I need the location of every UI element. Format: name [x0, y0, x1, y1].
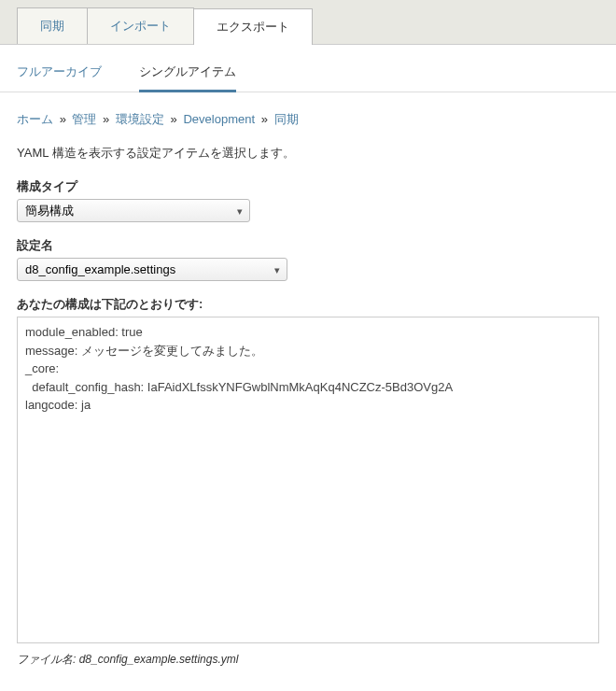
config-name-field: 設定名 d8_config_example.settings: [17, 237, 599, 281]
tab-sync[interactable]: 同期: [17, 7, 88, 44]
filename-label: ファイル名:: [17, 653, 76, 666]
content-area: ホーム » 管理 » 環境設定 » Development » 同期 YAML …: [0, 92, 616, 691]
config-type-select[interactable]: 簡易構成: [17, 199, 250, 222]
secondary-tabs: フルアーカイブ シングルアイテム: [0, 45, 616, 92]
breadcrumb: ホーム » 管理 » 環境設定 » Development » 同期: [17, 111, 599, 128]
config-type-label: 構成タイプ: [17, 178, 599, 195]
breadcrumb-sep: »: [171, 112, 177, 126]
config-name-select[interactable]: d8_config_example.settings: [17, 258, 287, 281]
yaml-output-field: あなたの構成は下記のとおりです: ファイル名: d8_config_exampl…: [17, 296, 599, 668]
filename-value: d8_config_example.settings.yml: [79, 653, 239, 666]
breadcrumb-development[interactable]: Development: [183, 112, 255, 126]
breadcrumb-sep: »: [60, 112, 66, 126]
breadcrumb-sync[interactable]: 同期: [274, 112, 299, 126]
breadcrumb-sep: »: [103, 112, 109, 126]
subtab-single-item[interactable]: シングルアイテム: [139, 63, 236, 92]
breadcrumb-admin[interactable]: 管理: [72, 112, 96, 126]
breadcrumb-home[interactable]: ホーム: [17, 112, 53, 126]
breadcrumb-sep: »: [261, 112, 268, 126]
tab-import[interactable]: インポート: [87, 7, 194, 44]
config-type-field: 構成タイプ 簡易構成: [17, 178, 599, 222]
primary-tabs: 同期 インポート エクスポート: [0, 0, 616, 45]
tab-export[interactable]: エクスポート: [193, 8, 313, 45]
config-name-label: 設定名: [17, 237, 599, 254]
subtab-full-archive[interactable]: フルアーカイブ: [17, 63, 102, 92]
breadcrumb-config[interactable]: 環境設定: [116, 112, 164, 126]
yaml-output-textarea[interactable]: [17, 317, 599, 643]
filename-line: ファイル名: d8_config_example.settings.yml: [17, 652, 599, 668]
page-description: YAML 構造を表示する設定アイテムを選択します。: [17, 145, 599, 162]
yaml-output-label: あなたの構成は下記のとおりです:: [17, 296, 599, 313]
